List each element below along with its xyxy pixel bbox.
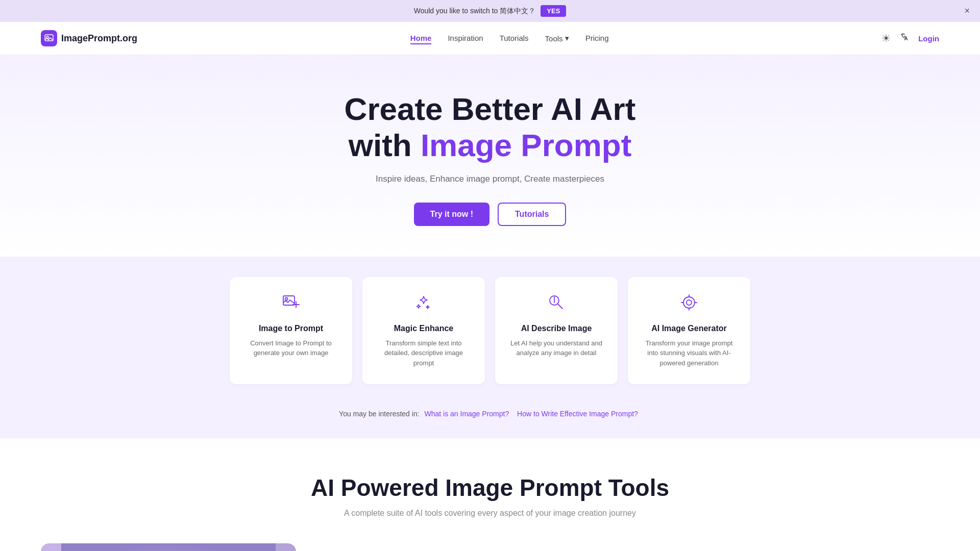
nav-item-tutorials[interactable]: Tutorials xyxy=(500,34,529,43)
feature-card-ai-describe[interactable]: AI Describe Image Let AI help you unders… xyxy=(495,277,618,385)
feature-card-magic-enhance[interactable]: Magic Enhance Transform simple text into… xyxy=(362,277,485,385)
ai-generator-icon xyxy=(640,293,738,316)
hero-line2-purple: Image Prompt xyxy=(421,128,631,163)
top-banner: Would you like to switch to 简体中文？ YES × xyxy=(0,0,980,22)
svg-rect-14 xyxy=(61,543,276,551)
logo-icon xyxy=(41,30,57,46)
nav-item-tools[interactable]: Tools ▾ xyxy=(545,34,569,43)
svg-point-8 xyxy=(683,297,695,308)
login-button[interactable]: Login xyxy=(918,34,939,43)
nav-logo[interactable]: ImagePrompt.org xyxy=(41,30,137,46)
ai-tools-heading: AI Powered Image Prompt Tools xyxy=(41,474,939,502)
tool-feature-row: Image to Prompt Transform your image int… xyxy=(41,543,939,551)
feature-cards: Image to Prompt Convert Image to Prompt … xyxy=(0,257,980,405)
svg-line-5 xyxy=(558,304,562,309)
try-it-now-button[interactable]: Try it now ! xyxy=(414,203,489,226)
card4-desc: Transform your image prompt into stunnin… xyxy=(640,338,738,368)
card2-title: Magic Enhance xyxy=(375,324,473,333)
banner-yes-button[interactable]: YES xyxy=(541,5,566,17)
interested-section: You may be interested in: What is an Ima… xyxy=(0,405,980,438)
image-preview xyxy=(41,543,296,551)
nav-links: Home Inspiration Tutorials Tools ▾ Prici… xyxy=(410,34,609,43)
logo-text: ImagePrompt.org xyxy=(61,33,137,44)
svg-point-3 xyxy=(285,297,288,300)
nav-item-pricing[interactable]: Pricing xyxy=(585,34,609,43)
chevron-down-icon: ▾ xyxy=(565,34,569,43)
svg-point-9 xyxy=(687,300,692,305)
tool-feature-text: Image to Prompt Transform your image int… xyxy=(327,543,939,551)
interested-link1[interactable]: What is an Image Prompt? xyxy=(424,410,509,418)
interested-link2[interactable]: How to Write Effective Image Prompt? xyxy=(517,410,638,418)
card3-desc: Let AI help you understand and analyze a… xyxy=(507,338,605,358)
card3-title: AI Describe Image xyxy=(507,324,605,333)
tool-feature-image xyxy=(41,543,296,551)
card2-desc: Transform simple text into detailed, des… xyxy=(375,338,473,368)
hero-buttons: Try it now ! Tutorials xyxy=(10,203,970,226)
translate-icon xyxy=(899,34,910,45)
ai-tools-subtitle: A complete suite of AI tools covering ev… xyxy=(41,509,939,518)
banner-text: Would you like to switch to 简体中文？ xyxy=(414,7,536,16)
card4-title: AI Image Generator xyxy=(640,324,738,333)
nav-item-inspiration[interactable]: Inspiration xyxy=(448,34,483,43)
card1-title: Image to Prompt xyxy=(242,324,340,333)
theme-toggle-button[interactable]: ☀ xyxy=(881,32,891,44)
flower-image-svg xyxy=(61,543,276,551)
nav-item-home[interactable]: Home xyxy=(410,34,432,43)
magic-enhance-icon xyxy=(375,293,473,316)
feature-card-ai-generator[interactable]: AI Image Generator Transform your image … xyxy=(628,277,750,385)
svg-point-7 xyxy=(554,296,555,297)
svg-rect-0 xyxy=(45,35,53,41)
hero-heading: Create Better AI Art with Image Prompt xyxy=(10,91,970,164)
image-to-prompt-icon xyxy=(242,293,340,316)
svg-rect-2 xyxy=(283,296,295,305)
card1-desc: Convert Image to Prompt to generate your… xyxy=(242,338,340,358)
hero-section: Create Better AI Art with Image Prompt I… xyxy=(0,55,980,257)
tutorials-button[interactable]: Tutorials xyxy=(498,203,566,226)
navbar: ImagePrompt.org Home Inspiration Tutoria… xyxy=(0,22,980,55)
hero-line2-plain: with xyxy=(349,128,421,163)
hero-line1: Create Better AI Art xyxy=(345,91,636,127)
hero-subtitle: Inspire ideas, Enhance image prompt, Cre… xyxy=(10,174,970,184)
sun-icon: ☀ xyxy=(881,33,891,44)
nav-right: ☀ Login xyxy=(881,32,939,45)
ai-describe-icon xyxy=(507,293,605,316)
feature-card-image-to-prompt[interactable]: Image to Prompt Convert Image to Prompt … xyxy=(230,277,352,385)
banner-close-button[interactable]: × xyxy=(964,6,970,16)
translate-button[interactable] xyxy=(899,32,910,45)
ai-tools-section: AI Powered Image Prompt Tools A complete… xyxy=(0,438,980,551)
interested-label: You may be interested in: xyxy=(339,410,419,418)
